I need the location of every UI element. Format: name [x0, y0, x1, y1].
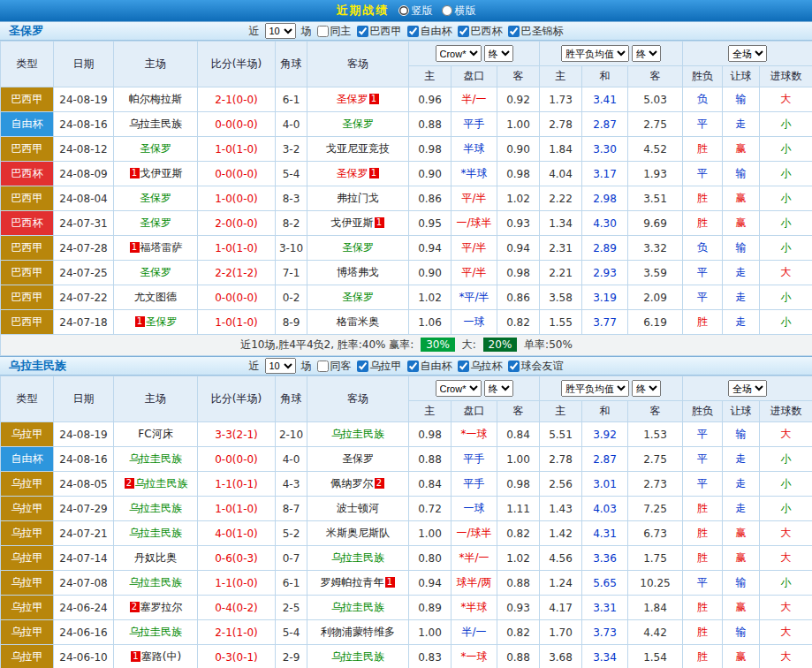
comp-checkbox-4[interactable] [508, 361, 520, 372]
away-team-cell[interactable]: 利物浦蒙特维多 [307, 620, 409, 645]
home-team-cell[interactable]: 圣保罗 [114, 211, 198, 236]
team-name[interactable]: 乌拉圭民族 [129, 452, 182, 465]
team-name[interactable]: 乌拉圭民族 [129, 576, 182, 588]
home-team-cell[interactable]: FC河床 [114, 422, 198, 447]
score-cell[interactable]: 0-6(0-3) [198, 546, 276, 571]
comp-filter-3[interactable]: 乌拉杯 [458, 359, 503, 374]
away-team-cell[interactable]: 佩纳罗尔2 [307, 472, 409, 497]
team-name[interactable]: 乌拉圭民族 [331, 601, 384, 613]
team-name[interactable]: 乌拉圭民族 [331, 650, 384, 663]
score-cell[interactable]: 1-0(1-0) [198, 137, 276, 162]
comp-filter-1[interactable]: 巴西甲 [357, 24, 402, 39]
team-name[interactable]: 乌拉圭民族 [129, 527, 182, 539]
team-name[interactable]: 利物浦蒙特维多 [321, 626, 395, 638]
away-team-cell[interactable]: 博塔弗戈 [307, 261, 409, 285]
same-venue-checkbox[interactable] [317, 26, 329, 37]
final-select-2[interactable]: 终 [632, 380, 661, 397]
team-name[interactable]: 圣保罗 [146, 315, 178, 328]
comp-checkbox-3[interactable] [458, 361, 469, 372]
score-cell[interactable]: 1-0(1-0) [198, 310, 276, 335]
comp-filter-4[interactable]: 巴圣锦标 [508, 24, 564, 39]
team-name[interactable]: 博塔弗戈 [337, 266, 379, 278]
score-cell[interactable]: 2-1(0-0) [198, 87, 276, 112]
home-team-cell[interactable]: 乌拉圭民族 [114, 620, 198, 645]
away-team-cell[interactable]: 米斯奥尼斯队 [307, 521, 409, 546]
comp-filter-3[interactable]: 巴西杯 [458, 24, 503, 39]
home-team-cell[interactable]: 1圣保罗 [114, 310, 198, 335]
score-cell[interactable]: 4-0(1-0) [198, 521, 276, 546]
away-team-cell[interactable]: 罗姆帕拉青年1 [307, 571, 409, 596]
team-name[interactable]: 乌拉圭民族 [129, 626, 182, 638]
home-team-cell[interactable]: 乌拉圭民族 [114, 447, 198, 472]
home-team-cell[interactable]: 丹奴比奥 [114, 546, 198, 571]
score-cell[interactable]: 0-0(0-0) [198, 112, 276, 137]
score-cell[interactable]: 2-0(0-0) [198, 211, 276, 236]
away-team-cell[interactable]: 乌拉圭民族 [307, 596, 409, 620]
score-cell[interactable]: 1-0(1-0) [198, 497, 276, 521]
comp-filter-2[interactable]: 自由杯 [407, 24, 452, 39]
home-team-cell[interactable]: 1福塔雷萨 [114, 236, 198, 261]
away-team-cell[interactable]: 圣保罗1 [307, 87, 409, 112]
score-cell[interactable]: 3-3(2-1) [198, 422, 276, 447]
same-venue-filter[interactable]: 同客 [317, 359, 352, 374]
odds-company-select[interactable]: Crow* [436, 45, 482, 62]
final-select-2[interactable]: 终 [632, 45, 661, 62]
away-team-cell[interactable]: 戈伊亚斯1 [307, 211, 409, 236]
team-name[interactable]: 塞路(中) [141, 650, 181, 663]
team-name[interactable]: 福塔雷萨 [140, 241, 183, 254]
team-name[interactable]: 丹奴比奥 [134, 551, 177, 564]
team-name[interactable]: 乌拉圭民族 [129, 502, 182, 514]
away-team-cell[interactable]: 乌拉圭民族 [307, 546, 409, 571]
score-cell[interactable]: 0-4(0-2) [198, 596, 276, 620]
home-team-cell[interactable]: 1戈伊亚斯 [114, 162, 198, 186]
team-name[interactable]: 格雷米奥 [337, 315, 379, 328]
away-team-cell[interactable]: 圣保罗1 [307, 162, 409, 186]
comp-checkbox-1[interactable] [357, 361, 368, 372]
team-name[interactable]: 圣保罗 [140, 266, 171, 278]
comp-checkbox-2[interactable] [407, 361, 419, 372]
team-name[interactable]: 圣保罗 [337, 167, 368, 179]
home-team-cell[interactable]: 2乌拉圭民族 [114, 472, 198, 497]
home-team-cell[interactable]: 乌拉圭民族 [114, 571, 198, 596]
team-name[interactable]: 圣保罗 [140, 142, 171, 155]
match-count-select[interactable]: 10 [265, 358, 296, 374]
comp-filter-1[interactable]: 乌拉甲 [357, 359, 402, 374]
team-name[interactable]: 波士顿河 [337, 502, 379, 514]
horizontal-radio[interactable] [442, 5, 452, 16]
home-team-cell[interactable]: 圣保罗 [114, 137, 198, 162]
score-cell[interactable]: 1-0(0-0) [198, 186, 276, 211]
away-team-cell[interactable]: 戈亚尼亚竞技 [307, 137, 409, 162]
final-select-1[interactable]: 终 [484, 380, 513, 397]
away-team-cell[interactable]: 乌拉圭民族 [307, 422, 409, 447]
home-team-cell[interactable]: 乌拉圭民族 [114, 521, 198, 546]
away-team-cell[interactable]: 圣保罗 [307, 236, 409, 261]
home-team-cell[interactable]: 尤文图德 [114, 285, 198, 310]
team-name[interactable]: 圣保罗 [342, 291, 374, 303]
final-select-1[interactable]: 终 [484, 45, 513, 62]
layout-option-horizontal[interactable]: 横版 [442, 4, 476, 19]
score-cell[interactable]: 1-0(1-0) [198, 236, 276, 261]
comp-filter-2[interactable]: 自由杯 [407, 359, 452, 374]
avg-select[interactable]: 胜平负均值 [561, 380, 629, 397]
team-name[interactable]: 圣保罗 [342, 241, 374, 254]
team-name[interactable]: 圣保罗 [337, 93, 368, 105]
home-team-cell[interactable]: 乌拉圭民族 [114, 497, 198, 521]
match-count-select[interactable]: 10 [265, 23, 296, 39]
score-cell[interactable]: 0-3(0-1) [198, 645, 276, 668]
vertical-radio[interactable] [398, 5, 409, 16]
team-name[interactable]: 圣保罗 [342, 118, 374, 130]
away-team-cell[interactable]: 圣保罗 [307, 112, 409, 137]
team-name[interactable]: 圣保罗 [140, 216, 171, 229]
same-venue-checkbox[interactable] [317, 361, 329, 372]
scope-select[interactable]: 全场 [728, 45, 767, 62]
scope-select[interactable]: 全场 [728, 380, 767, 397]
away-team-cell[interactable]: 弗拉门戈 [307, 186, 409, 211]
team-name[interactable]: 塞罗拉尔 [140, 601, 183, 613]
team-name[interactable]: 戈伊亚斯 [331, 216, 374, 229]
comp-filter-4[interactable]: 球会友谊 [508, 359, 564, 374]
team-name[interactable]: 米斯奥尼斯队 [326, 527, 390, 539]
team-name[interactable]: 尤文图德 [134, 291, 177, 303]
score-cell[interactable]: 1-1(0-0) [198, 571, 276, 596]
score-cell[interactable]: 0-0(0-0) [198, 162, 276, 186]
home-team-cell[interactable]: 圣保罗 [114, 186, 198, 211]
